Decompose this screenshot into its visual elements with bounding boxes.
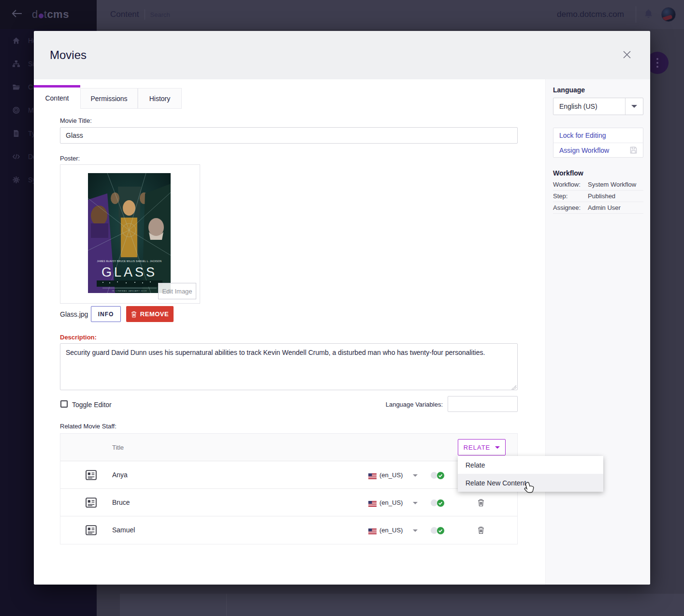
tab-label: History xyxy=(149,95,171,103)
breadcrumb-subsection[interactable]: Search xyxy=(150,11,170,18)
table-row[interactable]: Bruce (en_US) xyxy=(60,489,517,516)
dialog-title: Movies xyxy=(50,48,87,62)
tab-history[interactable]: History xyxy=(138,88,182,109)
language-label: Language xyxy=(553,86,585,94)
poster-cast-names: JAMES McAVOY BRUCE WILLIS SAMUEL L. JACK… xyxy=(97,260,161,263)
lock-for-editing-button[interactable]: Lock for Editing xyxy=(553,128,643,143)
us-flag-icon xyxy=(368,500,377,509)
tab-label: Permissions xyxy=(90,95,127,103)
top-bar: dtcms Content Search demo.dotcms.com xyxy=(0,0,684,29)
chevron-down-icon[interactable] xyxy=(413,529,418,532)
chevron-down-icon xyxy=(495,446,500,449)
topbar-right-cluster: demo.dotcms.com xyxy=(557,0,684,29)
toggle-editor-label: Toggle Editor xyxy=(72,401,112,409)
home-icon xyxy=(12,37,20,44)
menu-item-relate[interactable]: Relate xyxy=(458,456,603,474)
staff-name: Bruce xyxy=(112,499,130,506)
workflow-info-row: Step: Published xyxy=(553,191,643,202)
workflow-info: Workflow: System Workflow Step: Publishe… xyxy=(553,179,643,214)
trash-icon xyxy=(131,311,137,318)
language-selected-value: English (US) xyxy=(553,103,625,110)
workflow-actions-group: Lock for Editing Assign Workflow xyxy=(553,128,643,158)
assign-workflow-label: Assign Workflow xyxy=(559,147,609,154)
logo-suffix: cms xyxy=(47,8,69,21)
workflow-info-row: Assignee: Admin User xyxy=(553,202,643,214)
info-value: Admin User xyxy=(588,204,621,211)
table-header-row: Title RELATE xyxy=(60,434,517,461)
breadcrumb-divider xyxy=(145,9,145,20)
dotcms-logo: dtcms xyxy=(32,8,69,21)
select-caret-box[interactable] xyxy=(625,98,643,115)
workflow-info-row: Workflow: System Workflow xyxy=(553,179,643,191)
folder-icon xyxy=(12,83,20,91)
host-name[interactable]: demo.dotcms.com xyxy=(557,10,624,19)
language-code: (en_US) xyxy=(379,527,403,534)
poster-label: Poster: xyxy=(60,155,80,162)
user-avatar[interactable] xyxy=(661,7,676,22)
description-textarea[interactable]: Security guard David Dunn uses his super… xyxy=(60,343,518,390)
dialog-body: Content Permissions History Movie Title:… xyxy=(34,79,650,585)
info-value: System Workflow xyxy=(588,181,636,188)
topbar-divider xyxy=(636,6,636,23)
close-icon[interactable] xyxy=(622,50,632,59)
document-icon xyxy=(12,130,20,137)
chevron-down-icon[interactable] xyxy=(413,474,418,477)
column-header-title: Title xyxy=(112,444,124,451)
gear-icon xyxy=(12,176,20,184)
staff-name: Anya xyxy=(112,471,128,479)
logo-area: dtcms xyxy=(0,0,97,29)
workflow-heading: Workflow xyxy=(553,169,583,177)
screen: dtcms Content Search demo.dotcms.com Ho … xyxy=(0,0,684,616)
published-status-icon xyxy=(437,471,445,482)
description-label: Description: xyxy=(60,334,97,341)
notifications-bell-icon[interactable] xyxy=(644,9,653,21)
tab-permissions[interactable]: Permissions xyxy=(80,88,138,109)
delete-relationship-icon[interactable] xyxy=(478,526,484,536)
info-label: Step: xyxy=(553,192,588,200)
save-icon xyxy=(630,147,637,154)
poster-tagline-text: IN CINEMAS JANUARY 2019 xyxy=(112,290,147,292)
tab-label: Content xyxy=(45,94,69,102)
poster-filename: Glass.jpg xyxy=(60,310,88,318)
dialog-header: Movies xyxy=(34,31,650,79)
target-icon xyxy=(12,106,20,114)
relate-button[interactable]: RELATE xyxy=(458,439,506,455)
info-label: Assignee: xyxy=(553,204,588,211)
related-staff-label: Related Movie Staff: xyxy=(60,423,116,430)
language-variables-label: Language Variables: xyxy=(351,401,443,408)
movie-title-input[interactable] xyxy=(60,127,518,144)
background-card xyxy=(120,594,684,616)
table-row[interactable]: Anya (en_US) xyxy=(60,461,517,489)
vertical-dots-icon xyxy=(656,62,658,64)
logo-dot-icon xyxy=(39,14,44,18)
contentlet-icon xyxy=(85,497,97,511)
code-icon xyxy=(12,153,20,161)
workflow-side-panel: Language English (US) Lock for Editing A… xyxy=(545,79,650,585)
remove-label: REMOVE xyxy=(140,310,169,318)
breadcrumb-section[interactable]: Content xyxy=(110,10,139,19)
poster-field: JAMES McAVOY BRUCE WILLIS SAMUEL L. JACK… xyxy=(60,164,200,304)
poster-image[interactable]: JAMES McAVOY BRUCE WILLIS SAMUEL L. JACK… xyxy=(88,173,171,293)
menu-item-relate-new-content[interactable]: Relate New Content xyxy=(458,474,603,492)
lock-for-editing-label: Lock for Editing xyxy=(559,132,606,139)
remove-button[interactable]: REMOVE xyxy=(126,306,174,322)
table-row[interactable]: Samuel (en_US) xyxy=(60,516,517,544)
sitemap-icon xyxy=(12,60,20,68)
language-select[interactable]: English (US) xyxy=(553,98,643,115)
assign-workflow-button[interactable]: Assign Workflow xyxy=(553,143,643,157)
language-code: (en_US) xyxy=(379,499,403,506)
language-variables-input[interactable] xyxy=(448,396,518,412)
edit-image-button[interactable]: Edit Image xyxy=(158,283,196,299)
related-staff-table: Title RELATE Anya (en_US) xyxy=(60,433,518,544)
language-code: (en_US) xyxy=(379,471,403,479)
movie-title-label: Movie Title: xyxy=(60,117,92,124)
tab-content[interactable]: Content xyxy=(34,85,80,109)
us-flag-icon xyxy=(368,472,377,481)
back-arrow-icon[interactable] xyxy=(12,10,22,19)
contentlet-icon xyxy=(85,469,97,483)
toggle-editor-checkbox[interactable] xyxy=(60,400,68,408)
info-button[interactable]: INFO xyxy=(91,306,121,322)
delete-relationship-icon[interactable] xyxy=(478,499,484,509)
chevron-down-icon[interactable] xyxy=(413,502,418,504)
contentlet-icon xyxy=(85,524,97,538)
